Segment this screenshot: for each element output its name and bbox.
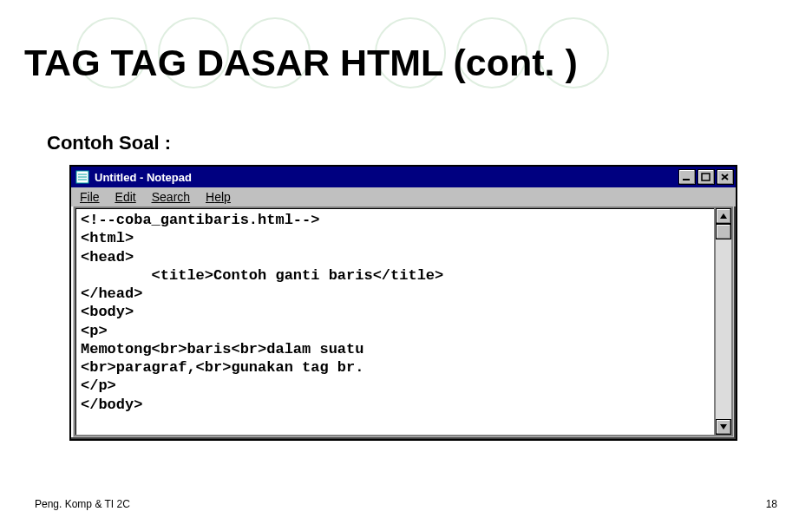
notepad-window: Untitled - Notepad File Edit Search Help… [69, 165, 737, 441]
maximize-button[interactable] [697, 169, 715, 185]
text-area[interactable]: <!--coba_gantibaris.html--> <html> <head… [74, 206, 716, 436]
scroll-up-button[interactable] [716, 208, 731, 224]
menubar: File Edit Search Help [71, 187, 736, 206]
vertical-scrollbar[interactable] [716, 206, 733, 436]
notepad-app-icon [75, 169, 90, 185]
scroll-down-button[interactable] [716, 419, 731, 435]
scroll-track[interactable] [716, 239, 731, 419]
menu-help[interactable]: Help [206, 190, 231, 204]
menu-file[interactable]: File [80, 190, 100, 204]
footer-left: Peng. Komp & TI 2C [35, 498, 130, 510]
svg-marker-8 [720, 213, 727, 219]
menu-edit[interactable]: Edit [115, 190, 136, 204]
window-title: Untitled - Notepad [95, 171, 678, 184]
minimize-button[interactable] [678, 169, 696, 185]
menu-search[interactable]: Search [152, 190, 190, 204]
svg-marker-9 [720, 424, 727, 429]
titlebar[interactable]: Untitled - Notepad [71, 167, 736, 187]
scroll-thumb[interactable] [716, 224, 731, 239]
page-number: 18 [766, 498, 777, 510]
slide-title: TAG TAG DASAR HTML (cont. ) [24, 42, 578, 84]
client-area: <!--coba_gantibaris.html--> <html> <head… [74, 206, 733, 436]
slide-subheader: Contoh Soal : [47, 132, 171, 154]
close-button[interactable] [717, 169, 734, 185]
svg-rect-4 [683, 179, 690, 180]
svg-rect-5 [702, 174, 710, 180]
